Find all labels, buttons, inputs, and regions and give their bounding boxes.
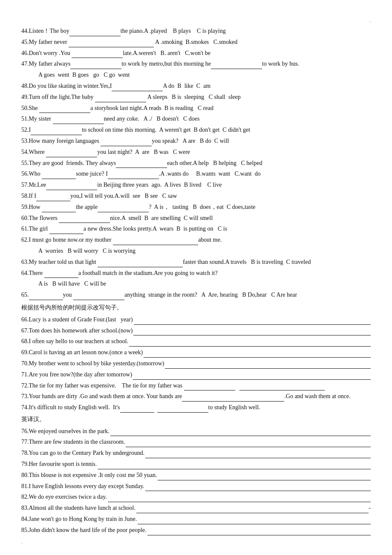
q60: 60.The flowers nice.A smell B are smelli… [21, 213, 371, 223]
q55: 55.They are good friends. They alwayseac… [21, 158, 371, 168]
translate-76: 76.We enjoyed ourselves in the park. [21, 426, 371, 436]
q49: 49.Turn off the light.The baby A sleeps … [21, 92, 371, 102]
fill-line-68: 68.I often say hello to our teachers at … [21, 336, 371, 347]
translate-77: 77.There are few students in the classro… [21, 437, 371, 447]
dot-top: . [21, 17, 371, 24]
q65: 65.you anything strange in the room? A A… [21, 290, 371, 300]
q47-text: 47.My father alwaysto work by metro,but … [21, 61, 299, 67]
q58: 58.If Iyou,I will tell you.A.will see B … [21, 191, 371, 201]
section2-title: 根据括号内所给的时间提示改写句子。 [21, 303, 371, 313]
fill-line-67: 67.Tom does his homework after school.(n… [21, 326, 371, 336]
q56: 56.Who some juice? I.A .wants do B.wants… [21, 169, 371, 179]
q46-text: 46.Don't worry .You late.A.weren't B. ar… [21, 50, 210, 56]
dot-bottom: . [21, 539, 371, 546]
translate-84: 84.Jane won't go to Hong Kong by train i… [21, 514, 371, 524]
fill-line-74: 74.It's difficult to study English well.… [21, 402, 371, 413]
q51: 51.My sister need any coke. A ./ B doesn… [21, 114, 371, 124]
fill-line-66: 66.Lucy is a student of Grade Four.(last… [21, 315, 371, 325]
q52: 52.Ito school on time this morning. A we… [21, 125, 371, 135]
q54: 54.Where you last night? A are B was C w… [21, 147, 371, 157]
translate-78: 78.You can go to the Century Park by und… [21, 448, 371, 458]
q50: 50.She a storybook last night.A reads B … [21, 103, 371, 113]
translate-79: 79.Her favourite sport is tennis. [21, 459, 371, 469]
q64-sub: A is B will have C will be [38, 279, 371, 289]
fill-line-72: 72.The tie for my father was expensive. … [21, 381, 371, 391]
q63: 63.My teacher told us that light faster … [21, 257, 371, 267]
q46: 46.Don't worry .You late.A.weren't B. ar… [21, 48, 371, 58]
translate-81: 81.I have English lessons every day exce… [21, 481, 371, 491]
section3-title: 英译汉。 [21, 414, 371, 425]
q45-text: 45.My father never A .smoking B.smokes C… [21, 39, 237, 45]
q44-text: 44.Listen！The boythe piano.A .played B p… [21, 28, 226, 34]
translate-80: 80.This blouse is not expensive .It only… [21, 470, 371, 480]
questions-section: 44.Listen！The boythe piano.A .played B p… [21, 26, 371, 300]
fill-line-70: 70.My brother went to school by bike yes… [21, 358, 371, 369]
translate-83: 83.Almost all the students have lunch at… [21, 503, 371, 513]
fill-line-73: 73.Your hands are dirty .Go and wash the… [21, 391, 371, 402]
q45: 45.My father never A .smoking B.smokes C… [21, 37, 371, 47]
q59: 59.How the apple? A is， tasting B does，e… [21, 202, 371, 212]
fill-line-71: 71.Are you free now?(the day after tomor… [21, 370, 371, 380]
q47-sub: A goes went B goes go C go went [38, 70, 371, 80]
translate-82: 82.We do eye exercises twice a day. [21, 492, 371, 502]
q47: 47.My father alwaysto work by metro,but … [21, 59, 371, 69]
fill-lines-section: 66.Lucy is a student of Grade Four.(last… [21, 315, 371, 413]
q44: 44.Listen！The boythe piano.A .played B p… [21, 26, 371, 36]
q61: 61.The girl a new dress.She looks pretty… [21, 224, 371, 234]
translate-section: 76.We enjoyed ourselves in the park. 77.… [21, 426, 371, 535]
q48: 48.Do you like skating in winter.Yes,IA … [21, 81, 371, 91]
translate-85: 85.John didn't know the hard life of the… [21, 525, 371, 535]
q62-sub: A worries B will worry C is worrying [38, 246, 371, 256]
fill-line-69: 69.Carol is having an art lesson now.(on… [21, 347, 371, 358]
q53: 53.How many foreign languages you speak?… [21, 136, 371, 146]
q62: 62.I must go home now.or my mother about… [21, 235, 371, 245]
q64: 64.There a football match in the stadium… [21, 268, 371, 278]
q57: 57.Mr.Leein Beijing three years ago. A l… [21, 180, 371, 190]
